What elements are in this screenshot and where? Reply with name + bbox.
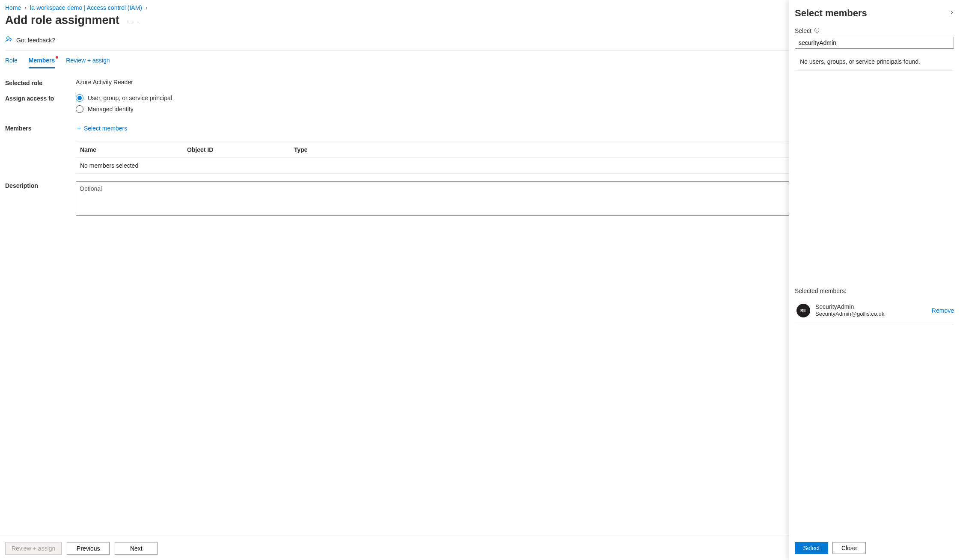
chevron-right-icon: › (24, 4, 27, 11)
radio-managed-label: Managed identity (88, 106, 134, 113)
required-indicator-icon (56, 56, 58, 59)
description-label: Description (5, 181, 76, 217)
chevron-right-icon: › (146, 4, 148, 11)
radio-icon (76, 94, 83, 102)
select-members-panel: Select members Select No users, groups, … (789, 0, 960, 560)
select-members-link-label: Select members (84, 125, 127, 132)
select-members-link[interactable]: ＋ Select members (76, 124, 127, 132)
svg-point-3 (817, 29, 817, 29)
panel-close-button[interactable]: Close (832, 542, 866, 554)
avatar: SE (797, 304, 810, 317)
panel-select-button[interactable]: Select (795, 542, 828, 554)
panel-footer: Select Close (789, 537, 960, 560)
radio-user-label: User, group, or service principal (88, 95, 172, 101)
tab-members[interactable]: Members (29, 57, 55, 68)
feedback-label: Got feedback? (16, 37, 55, 44)
breadcrumb-home[interactable]: Home (5, 4, 21, 11)
assign-access-label: Assign access to (5, 94, 76, 116)
column-objectid: Object ID (187, 146, 294, 153)
no-results-message: No users, groups, or service principals … (795, 55, 954, 71)
page-title: Add role assignment (5, 14, 119, 27)
tab-role[interactable]: Role (5, 57, 18, 68)
remove-member-link[interactable]: Remove (932, 307, 954, 314)
member-search-input[interactable] (795, 37, 954, 49)
member-email: SecurityAdmin@gollis.co.uk (815, 311, 927, 318)
tab-review-assign[interactable]: Review + assign (66, 57, 110, 68)
next-button[interactable]: Next (115, 542, 158, 555)
plus-icon: ＋ (76, 124, 82, 132)
panel-expand-button[interactable] (947, 8, 957, 19)
panel-title: Select members (795, 8, 867, 19)
selected-role-label: Selected role (5, 79, 76, 86)
selected-member-row: SE SecurityAdmin SecurityAdmin@gollis.co… (795, 299, 954, 324)
svg-point-0 (7, 37, 9, 39)
column-name: Name (80, 146, 187, 153)
member-name: SecurityAdmin (815, 303, 927, 311)
info-icon[interactable] (814, 27, 820, 34)
previous-button[interactable]: Previous (67, 542, 110, 555)
select-label: Select (795, 27, 811, 34)
review-assign-button[interactable]: Review + assign (5, 542, 62, 555)
selected-members-heading: Selected members: (795, 287, 954, 294)
feedback-icon (5, 36, 13, 44)
tab-members-label: Members (29, 57, 55, 64)
radio-icon (76, 105, 83, 113)
members-label: Members (5, 124, 76, 174)
more-actions-button[interactable]: · · · (125, 15, 141, 26)
breadcrumb-workspace[interactable]: la-workspace-demo | Access control (IAM) (30, 4, 142, 11)
